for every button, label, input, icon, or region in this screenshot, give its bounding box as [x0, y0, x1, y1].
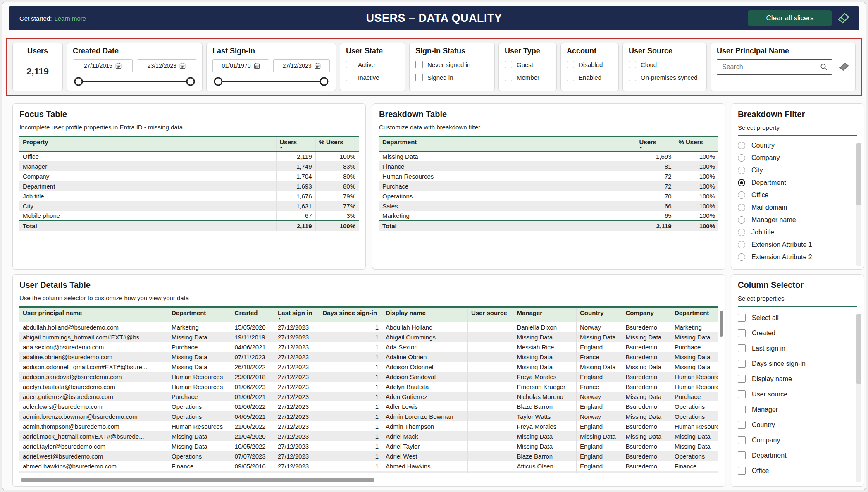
table-row[interactable]: adelyn.bautista@bsuredemo.comHuman Resou…: [19, 382, 718, 392]
radio-option-department[interactable]: Department: [738, 177, 847, 189]
table-row[interactable]: ahmed.hawkins@bsuredemo.comFinance09/05/…: [19, 461, 718, 471]
slider-handle-max[interactable]: [320, 77, 329, 86]
radio-option-office[interactable]: Office: [738, 189, 847, 201]
table-row[interactable]: Sales66100%: [379, 201, 718, 211]
total-row[interactable]: Total2,119100%: [379, 221, 718, 231]
checkbox-option-days-since-sign-in[interactable]: Days since sign-in: [738, 356, 847, 371]
user-source-option-cloud[interactable]: Cloud: [629, 61, 701, 68]
checkbox-option-office[interactable]: Office: [738, 463, 847, 478]
checkbox-option-department[interactable]: Department: [738, 448, 847, 463]
user-state-option-inactive[interactable]: Inactive: [346, 74, 399, 81]
clear-all-slicers-button[interactable]: Clear all slicers: [748, 10, 832, 26]
table-row[interactable]: Department1,69380%: [19, 181, 359, 191]
table-row[interactable]: Missing Data1,693100%: [379, 151, 718, 161]
account-option-disabled[interactable]: Disabled: [567, 61, 613, 68]
table-row[interactable]: Manager1,74983%: [19, 161, 359, 171]
table-row[interactable]: admin.thompson@bsuredemo.comHuman Resour…: [19, 421, 718, 431]
total-row[interactable]: Total2,119100%: [19, 221, 359, 231]
checkbox-option-display-name[interactable]: Display name: [738, 371, 847, 387]
checkbox-option-manager[interactable]: Manager: [738, 402, 847, 417]
table-row[interactable]: Office2,119100%: [19, 151, 359, 161]
column-header-user-principal-name[interactable]: User principal name: [19, 307, 168, 322]
last-signin-start-input[interactable]: 01/01/1970: [212, 59, 269, 72]
checkbox-option-select-all[interactable]: Select all: [738, 310, 847, 325]
column-header-last-sign-in[interactable]: Last sign in▼: [274, 307, 319, 322]
horizontal-scrollbar-thumb[interactable]: [21, 478, 374, 482]
radio-option-country[interactable]: Country: [738, 139, 847, 152]
checkbox-option-created[interactable]: Created: [738, 325, 847, 341]
user-source-option-onprem[interactable]: On-premises synced: [629, 74, 701, 81]
column-header-department[interactable]: Department: [379, 136, 636, 152]
table-row[interactable]: Operations70100%: [379, 191, 718, 201]
eraser-icon[interactable]: [839, 62, 849, 72]
checkbox-option-company[interactable]: Company: [738, 432, 847, 448]
table-row[interactable]: Company1,70480%: [19, 171, 359, 181]
table-row[interactable]: Purchace72100%: [379, 181, 718, 191]
cell-department: Missing Data: [671, 352, 718, 362]
column-header-department[interactable]: Department: [671, 307, 718, 322]
user-type-option-member[interactable]: Member: [505, 74, 551, 81]
radio-option-manager-name[interactable]: Manager name: [738, 214, 847, 226]
table-row[interactable]: adaline.obrien@bsuredemo.comMissing Data…: [19, 352, 718, 362]
radio-option-extension-attribute-2[interactable]: Extension Attribute 2: [738, 251, 847, 263]
slider-handle-max[interactable]: [186, 77, 195, 86]
table-row[interactable]: admin.lorenzo.bowman@bsuredemo.comOperat…: [19, 411, 718, 421]
column-header-users[interactable]: Users▼: [636, 136, 675, 152]
table-row[interactable]: Finance81100%: [379, 161, 718, 171]
checkbox-option-country[interactable]: Country: [738, 417, 847, 432]
column-header-country[interactable]: Country: [577, 307, 622, 322]
table-row[interactable]: adler.lewis@bsuredemo.comOperations01/06…: [19, 401, 718, 411]
column-header-department[interactable]: Department: [168, 307, 231, 322]
signin-status-option-signed[interactable]: Signed in: [415, 74, 489, 81]
radio-option-job-title[interactable]: Job title: [738, 226, 847, 239]
last-signin-end-input[interactable]: 27/12/2023: [273, 59, 330, 72]
radio-option-city[interactable]: City: [738, 164, 847, 177]
table-row[interactable]: adriel.west@bsuredemo.comOperations07/07…: [19, 451, 718, 461]
upn-search-input[interactable]: [721, 63, 820, 71]
cell-last-sign-in: 27/12/2023: [274, 372, 319, 382]
radio-option-extension-attribute-1[interactable]: Extension Attribute 1: [738, 239, 847, 251]
table-row[interactable]: Job title1,67679%: [19, 191, 359, 201]
eraser-icon[interactable]: [837, 12, 850, 24]
column-header-property[interactable]: Property: [19, 136, 276, 152]
table-row[interactable]: Human Resources72100%: [379, 171, 718, 181]
checkbox-option-last-sign-in[interactable]: Last sign in: [738, 341, 847, 356]
created-date-end-input[interactable]: 23/12/2023: [137, 59, 197, 72]
table-row[interactable]: City1,63177%: [19, 201, 359, 211]
scrollbar-thumb[interactable]: [856, 143, 861, 205]
table-row[interactable]: aden.gutierrez@bsuredemo.comPurchace01/0…: [19, 392, 718, 401]
table-row[interactable]: aidan.frazier@bsuredemo.comFinance28/04/…: [19, 471, 718, 473]
column-header-display-name[interactable]: Display name: [382, 307, 468, 322]
created-date-start-input[interactable]: 27/11/2015: [73, 59, 133, 72]
table-row[interactable]: adriel.taylor@bsuredemo.comMissing Data1…: [19, 441, 718, 451]
table-row[interactable]: Mobile phone673%: [19, 211, 359, 221]
slider-handle-min[interactable]: [214, 77, 223, 86]
table-row[interactable]: ada.sexton@bsuredemo.comPurchace04/06/20…: [19, 342, 718, 352]
column-header-user-source[interactable]: User source: [467, 307, 513, 322]
checkbox-option-item[interactable]: [738, 478, 847, 480]
radio-option-mail-domain[interactable]: Mail domain: [738, 201, 847, 214]
checkbox-option-user-source[interactable]: User source: [738, 387, 847, 402]
column-header-users[interactable]: Users▼: [276, 136, 315, 152]
table-row[interactable]: abigail.cummings_hotmail.com#EXT#@bs...M…: [19, 332, 718, 342]
table-row[interactable]: Marketing65100%: [379, 211, 718, 221]
table-row[interactable]: addison.sandoval@bsuredemo.comHuman Reso…: [19, 372, 718, 382]
vertical-scrollbar-thumb[interactable]: [720, 311, 723, 337]
table-row[interactable]: abdullah.holland@bsuredemo.comMarketing1…: [19, 322, 718, 332]
account-option-enabled[interactable]: Enabled: [567, 74, 613, 81]
slider-handle-min[interactable]: [74, 77, 83, 86]
column-header-days-since-sign-in[interactable]: Days since sign-in: [319, 307, 382, 322]
user-state-option-active[interactable]: Active: [346, 61, 399, 68]
column-header-users[interactable]: % Users: [315, 136, 359, 152]
table-row[interactable]: addison.odonnell_gmail.com#EXT#@bsure...…: [19, 362, 718, 372]
table-row[interactable]: adriel.mack_hotmail.com#EXT#@bsurede...M…: [19, 431, 718, 441]
scrollbar-thumb[interactable]: [856, 314, 861, 384]
radio-option-company[interactable]: Company: [738, 152, 847, 164]
column-header-company[interactable]: Company: [622, 307, 671, 322]
column-header-manager[interactable]: Manager: [513, 307, 577, 322]
learn-more-link[interactable]: Learn more: [54, 15, 86, 22]
signin-status-option-never[interactable]: Never signed in: [415, 61, 489, 68]
column-header-users[interactable]: % Users: [675, 136, 718, 152]
column-header-created[interactable]: Created: [231, 307, 274, 322]
user-type-option-guest[interactable]: Guest: [505, 61, 551, 68]
